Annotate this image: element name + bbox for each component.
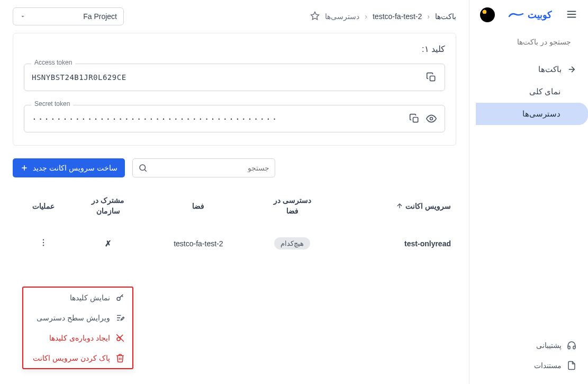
- svg-point-17: [43, 245, 44, 246]
- arrow-back-icon: [567, 65, 576, 74]
- caret-down-icon: [20, 13, 26, 20]
- sidebar-nav: باکت‌ها نمای کلی دسترسی‌ها: [469, 56, 588, 330]
- menu-regenerate-keys[interactable]: ایجاد دوباره‌ی کلیدها: [23, 328, 132, 348]
- access-badge: هیچ‌کدام: [274, 237, 310, 249]
- menu-label: ایجاد دوباره‌ی کلیدها: [49, 334, 110, 342]
- td-actions: [18, 238, 68, 249]
- trash-icon: [115, 353, 125, 363]
- key-off-icon: [115, 333, 125, 343]
- breadcrumb-current: دسترسی‌ها: [325, 12, 359, 21]
- create-service-account-button[interactable]: ساخت سرویس اکانت جدید: [13, 158, 125, 177]
- sidebar-item-overview[interactable]: نمای کلی: [469, 81, 588, 103]
- copy-icon: [426, 72, 437, 83]
- support-icon: [567, 341, 576, 350]
- reveal-secret-button[interactable]: [426, 113, 437, 124]
- row-context-menu: نمایش کلیدها ویرایش سطح دسترسی ایجاد دوب…: [22, 287, 133, 369]
- sa-search[interactable]: [132, 158, 275, 177]
- menu-label: پاک کردن سرویس اکانت: [33, 354, 110, 362]
- brand-wave-icon: [509, 9, 523, 21]
- menu-label: ویرایش سطح دسترسی: [37, 314, 110, 322]
- edit-list-icon: [115, 313, 125, 323]
- plus-icon: [20, 164, 29, 172]
- svg-point-16: [43, 242, 44, 243]
- docs-icon: [567, 361, 576, 370]
- svg-rect-8: [413, 118, 418, 122]
- row-actions-button[interactable]: [39, 238, 48, 249]
- copy-access-button[interactable]: [426, 72, 437, 83]
- sidebar-item-label: دسترسی‌ها: [522, 109, 560, 119]
- footer-docs[interactable]: مستندات: [469, 355, 588, 376]
- th-shared[interactable]: مشترک در سازمان: [68, 195, 148, 216]
- hamburger-icon[interactable]: [566, 8, 577, 22]
- th-space[interactable]: فضا: [148, 202, 249, 210]
- svg-marker-6: [311, 12, 319, 19]
- footer-support[interactable]: پشتیبانی: [469, 335, 588, 355]
- project-selector-label: Fa Project: [83, 12, 117, 21]
- svg-rect-7: [430, 76, 435, 81]
- menu-label: نمایش کلیدها: [70, 293, 110, 302]
- th-actions: عملیات: [18, 202, 68, 210]
- sidebar-item-buckets[interactable]: باکت‌ها: [469, 58, 588, 81]
- keys-card: کلید ۱: Access token HSNYBST24B1JR0L629C…: [13, 33, 456, 146]
- table-header-row: سرویس اکانت دسترسی در فضا فضا: [13, 188, 456, 224]
- search-icon: [138, 163, 148, 173]
- copy-icon: [409, 113, 420, 124]
- breadcrumb-root[interactable]: باکت‌ها: [435, 12, 456, 21]
- table-row: test-onlyread هیچ‌کدام testco-fa-test-2 …: [13, 224, 456, 263]
- svg-point-9: [430, 118, 433, 120]
- sort-arrow-icon: [396, 202, 403, 210]
- breadcrumb: باکت‌ها ‹ testco-fa-test-2 ‹ دسترسی‌ها: [310, 11, 456, 22]
- keys-card-title: کلید ۱:: [24, 44, 445, 54]
- star-icon[interactable]: [310, 11, 320, 22]
- create-button-label: ساخت سرویس اکانت جدید: [33, 164, 117, 172]
- secret-token-field: Secret token ···························…: [24, 105, 445, 132]
- svg-line-13: [144, 169, 146, 171]
- x-icon: ✗: [105, 239, 112, 248]
- access-token-field: Access token HSNYBST24B1JR0L629CE: [24, 64, 445, 91]
- chevron-left-icon: ‹: [427, 12, 430, 21]
- sidebar-header: کوبیت: [469, 0, 588, 30]
- svg-point-12: [140, 165, 146, 171]
- sidebar-item-label: باکت‌ها: [538, 65, 562, 74]
- svg-point-15: [43, 239, 44, 240]
- brand-text: کوبیت: [528, 9, 552, 21]
- menu-edit-access[interactable]: ویرایش سطح دسترسی: [23, 308, 132, 328]
- th-service-account[interactable]: سرویس اکانت: [336, 202, 451, 210]
- menu-delete-sa[interactable]: پاک کردن سرویس اکانت: [23, 348, 132, 368]
- td-access: هیچ‌کدام: [249, 237, 336, 249]
- footer-label: پشتیبانی: [536, 341, 562, 350]
- footer-label: مستندات: [534, 361, 562, 370]
- svg-line-20: [122, 296, 123, 297]
- chevron-left-icon: ‹: [365, 12, 367, 21]
- sa-table: سرویس اکانت دسترسی در فضا فضا: [13, 188, 456, 263]
- access-token-value: HSNYBST24B1JR0L629CE: [32, 73, 420, 82]
- sidebar-footer: پشتیبانی مستندات: [469, 330, 588, 384]
- secret-token-label: Secret token: [31, 100, 73, 108]
- avatar[interactable]: [480, 7, 495, 22]
- sidebar-item-label: نمای کلی: [529, 87, 560, 96]
- content: کلید ۱: Access token HSNYBST24B1JR0L629C…: [0, 33, 469, 276]
- td-account[interactable]: test-onlyread: [336, 239, 451, 248]
- sidebar: کوبیت باکت‌ها نمای کلی دسترسی‌ها: [469, 0, 588, 384]
- project-selector[interactable]: Fa Project: [13, 7, 124, 25]
- sa-toolbar: ساخت سرویس اکانت جدید: [13, 158, 456, 177]
- topbar: باکت‌ها ‹ testco-fa-test-2 ‹ دسترسی‌ها F…: [0, 0, 469, 33]
- sidebar-search[interactable]: [477, 33, 581, 51]
- sa-search-input[interactable]: [153, 164, 269, 172]
- sidebar-item-access[interactable]: دسترسی‌ها: [476, 103, 588, 125]
- copy-secret-button[interactable]: [409, 113, 420, 124]
- brand[interactable]: کوبیت: [509, 9, 552, 21]
- access-token-label: Access token: [31, 59, 75, 66]
- menu-show-keys[interactable]: نمایش کلیدها: [23, 288, 132, 308]
- th-space-access[interactable]: دسترسی در فضا: [249, 195, 336, 216]
- secret-token-value: ········································: [32, 114, 403, 124]
- svg-point-18: [117, 297, 120, 300]
- more-vertical-icon: [39, 238, 48, 247]
- td-shared: ✗: [68, 239, 148, 248]
- breadcrumb-bucket[interactable]: testco-fa-test-2: [373, 12, 422, 21]
- eye-icon: [426, 113, 437, 124]
- td-space: testco-fa-test-2: [148, 239, 249, 248]
- sidebar-search-input[interactable]: [478, 38, 571, 46]
- key-icon: [115, 293, 125, 302]
